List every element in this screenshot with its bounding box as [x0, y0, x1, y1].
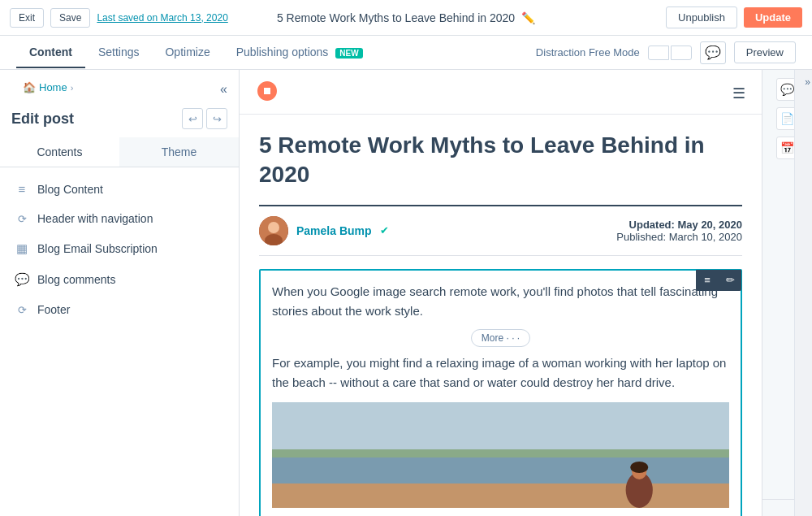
top-bar-right: Unpublish Update [666, 7, 802, 28]
tab-contents[interactable]: Contents [0, 137, 119, 167]
top-bar-left: Exit Save Last saved on March 13, 2020 [10, 8, 228, 28]
author-avatar [259, 216, 288, 245]
sidebar-item-blog-content-label: Blog Content [37, 183, 103, 196]
sidebar-item-header-nav-label: Header with navigation [37, 212, 153, 225]
undo-redo-controls: ↩ ↪ [182, 108, 227, 129]
tab-theme[interactable]: Theme [119, 137, 239, 167]
sidebar-item-blog-comments[interactable]: 💬 Blog comments [0, 264, 239, 295]
right-collapse-btn[interactable]: » [803, 70, 812, 94]
more-button[interactable]: More · · · [471, 329, 530, 347]
sidebar-item-header-nav[interactable]: ⟳ Header with navigation [0, 204, 239, 233]
breadcrumb-home[interactable]: Home [39, 81, 67, 93]
sidebar-header: 🏠 Home › « [0, 70, 239, 105]
nav-tabs-bar: Content Settings Optimize Publishing opt… [0, 36, 812, 70]
text-content-block[interactable]: ≡ ✏ When you Google image search remote … [259, 269, 742, 516]
sidebar-collapse-btn[interactable]: « [220, 82, 227, 97]
edit-title-icon[interactable]: ✏️ [521, 11, 535, 24]
preview-button[interactable]: Preview [734, 41, 796, 63]
top-bar: Exit Save Last saved on March 13, 2020 5… [0, 0, 812, 36]
home-icon: 🏠 [23, 81, 36, 93]
unpublish-button[interactable]: Unpublish [666, 7, 737, 28]
author-name: Pamela Bump [296, 224, 372, 237]
more-button-wrapper: More · · · [272, 329, 729, 347]
text-block-toolbar: ≡ ✏ [696, 270, 741, 291]
svg-point-9 [630, 462, 648, 473]
blog-site-header: ☰ [240, 70, 762, 115]
blog-content-icon: ≡ [15, 182, 29, 196]
hubspot-logo [256, 80, 279, 107]
blog-preview: ☰ 5 Remote Work Myths to Leave Behind in… [240, 70, 762, 516]
sidebar-tabs: Contents Theme [0, 137, 239, 167]
svg-point-1 [268, 222, 279, 233]
page-title-center: 5 Remote Work Myths to Leave Behind in 2… [277, 11, 535, 24]
blog-email-icon: ▦ [15, 241, 29, 256]
breadcrumb-separator: › [71, 83, 74, 93]
text-align-btn[interactable]: ≡ [696, 270, 719, 291]
blog-comments-icon: 💬 [15, 272, 29, 287]
page-title-text: 5 Remote Work Myths to Leave Behind in 2… [277, 11, 515, 24]
updated-date: Updated: May 20, 2020 [616, 219, 742, 231]
outer-edge-panel: » [794, 70, 812, 516]
publish-dates: Updated: May 20, 2020 Published: March 1… [616, 219, 742, 243]
verified-icon: ✔ [380, 224, 389, 236]
distraction-toggle[interactable] [648, 46, 692, 60]
svg-rect-5 [272, 449, 729, 457]
tab-publishing[interactable]: Publishing options NEW [223, 37, 376, 68]
main-layout: 🏠 Home › « Edit post ↩ ↪ Contents Theme … [0, 70, 812, 516]
blog-paragraph-2: For example, you might find a relaxing i… [272, 353, 729, 392]
redo-button[interactable]: ↪ [206, 108, 227, 129]
blog-paragraph-1: When you Google image search remote work… [272, 282, 729, 321]
distraction-free-label: Distraction Free Mode [536, 46, 640, 59]
exit-button[interactable]: Exit [10, 8, 44, 28]
svg-rect-6 [272, 483, 729, 508]
toggle-off-btn[interactable] [648, 46, 669, 60]
right-panel: ☰ 5 Remote Work Myths to Leave Behind in… [240, 70, 812, 516]
breadcrumb: 🏠 Home › [11, 78, 84, 100]
tab-content[interactable]: Content [16, 37, 85, 68]
content-area: ☰ 5 Remote Work Myths to Leave Behind in… [240, 70, 762, 516]
last-saved-status: Last saved on March 13, 2020 [97, 12, 227, 24]
sidebar-item-blog-email[interactable]: ▦ Blog Email Subscription [0, 233, 239, 264]
header-nav-icon: ⟳ [15, 213, 29, 225]
published-date: Published: March 10, 2020 [616, 231, 742, 243]
right-edge-panel: 💬 📄 📅 » [762, 70, 812, 516]
sidebar-item-blog-content[interactable]: ≡ Blog Content [0, 174, 239, 204]
tab-settings[interactable]: Settings [85, 37, 153, 68]
edit-post-header: Edit post ↩ ↪ [0, 105, 239, 137]
sidebar-item-blog-comments-label: Blog comments [37, 273, 115, 286]
text-edit-btn[interactable]: ✏ [719, 270, 741, 291]
save-button[interactable]: Save [50, 8, 90, 28]
blog-meta-bar: Pamela Bump ✔ Updated: May 20, 2020 Publ… [259, 205, 742, 256]
blog-image [272, 402, 729, 508]
toggle-on-btn[interactable] [671, 46, 692, 60]
sidebar-item-footer[interactable]: ⟳ Footer [0, 295, 239, 324]
blog-content-body: 5 Remote Work Myths to Leave Behind in 2… [240, 115, 762, 516]
sidebar-item-blog-email-label: Blog Email Subscription [37, 242, 158, 255]
sidebar-item-footer-label: Footer [37, 303, 70, 316]
blog-post-title: 5 Remote Work Myths to Leave Behind in 2… [259, 131, 742, 190]
left-sidebar: 🏠 Home › « Edit post ↩ ↪ Contents Theme … [0, 70, 240, 516]
sidebar-items-list: ≡ Blog Content ⟳ Header with navigation … [0, 167, 239, 331]
comment-icon-btn[interactable]: 💬 [700, 41, 726, 64]
edit-post-title: Edit post [11, 111, 74, 128]
nav-tabs-right: Distraction Free Mode 💬 Preview [536, 41, 796, 64]
undo-button[interactable]: ↩ [182, 108, 203, 129]
tab-optimize[interactable]: Optimize [152, 37, 222, 68]
update-button[interactable]: Update [744, 7, 802, 28]
author-info: Pamela Bump ✔ [259, 216, 389, 245]
footer-icon: ⟳ [15, 304, 29, 316]
hamburger-menu-icon[interactable]: ☰ [732, 85, 745, 102]
new-badge: NEW [335, 48, 362, 59]
